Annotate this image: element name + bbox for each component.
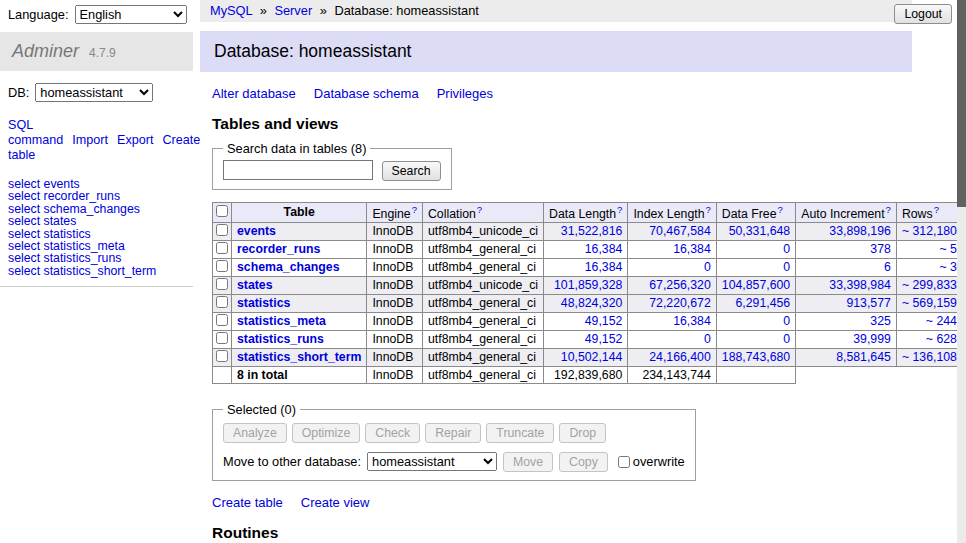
scrollbar[interactable] <box>957 0 966 543</box>
rows-link[interactable]: ~ 3 <box>940 260 957 274</box>
rows-link[interactable]: ~ 312,180 <box>902 224 957 238</box>
overwrite-checkbox[interactable] <box>618 456 630 468</box>
create-link[interactable]: Create view <box>301 495 370 510</box>
breadcrumb-link-server[interactable]: Server <box>274 3 312 18</box>
db-action-link[interactable]: Alter database <box>212 86 296 101</box>
data_free-link[interactable]: 0 <box>783 260 790 274</box>
data_length-link[interactable]: 48,824,320 <box>561 296 623 310</box>
auto_increment-link[interactable]: 8,581,645 <box>836 350 891 364</box>
table-name-link[interactable]: statistics_runs <box>237 332 324 346</box>
table-name-link[interactable]: recorder_runs <box>237 242 320 256</box>
index_length-link[interactable]: 70,467,584 <box>649 224 711 238</box>
rows-link[interactable]: ~ 244 <box>926 314 957 328</box>
breadcrumb-link-mysql[interactable]: MySQL <box>210 3 252 18</box>
optimize-button[interactable]: Optimize <box>292 423 361 443</box>
index_length-link[interactable]: 67,256,320 <box>649 278 711 292</box>
table-name-link[interactable]: statistics_short_term <box>237 350 361 364</box>
search-input[interactable] <box>223 160 373 180</box>
data_free-link[interactable]: 188,743,680 <box>722 350 790 364</box>
auto_increment-link[interactable]: 325 <box>870 314 891 328</box>
sidebar-action-link[interactable]: Export <box>117 133 153 147</box>
row-checkbox[interactable] <box>216 332 228 344</box>
scrollbar-thumb[interactable] <box>957 0 966 207</box>
header-cell-collation: Collation? <box>422 202 543 222</box>
index_length-link[interactable]: 16,384 <box>673 242 711 256</box>
sidebar-action-link[interactable]: SQL command <box>8 118 63 147</box>
db-action-link[interactable]: Database schema <box>314 86 419 101</box>
table-row: statisticsInnoDButf8mb4_general_ci48,824… <box>213 294 966 312</box>
search-button[interactable]: Search <box>382 161 441 181</box>
rows-link[interactable]: ~ 299,833 <box>902 278 957 292</box>
auto_increment-link[interactable]: 378 <box>870 242 891 256</box>
auto_increment-link[interactable]: 33,398,984 <box>829 278 891 292</box>
check-button[interactable]: Check <box>365 423 420 443</box>
data_length-link[interactable]: 10,502,144 <box>561 350 623 364</box>
create-links: Create tableCreate view <box>212 495 900 510</box>
row-checkbox[interactable] <box>216 296 228 308</box>
header-label: Data Free <box>722 207 777 221</box>
index_length-link[interactable]: 0 <box>704 260 711 274</box>
data_free-link[interactable]: 6,291,456 <box>735 296 790 310</box>
index_length-link[interactable]: 16,384 <box>673 314 711 328</box>
data_free-link[interactable]: 0 <box>783 332 790 346</box>
row-checkbox[interactable] <box>216 242 228 254</box>
column-help-link[interactable]: ? <box>777 204 782 215</box>
index_length-link[interactable]: 72,220,672 <box>649 296 711 310</box>
db-action-link[interactable]: Privileges <box>437 86 493 101</box>
data_free-link[interactable]: 0 <box>783 314 790 328</box>
repair-button[interactable]: Repair <box>425 423 481 443</box>
data_free-link[interactable]: 0 <box>783 242 790 256</box>
row-checkbox[interactable] <box>216 260 228 272</box>
create-link[interactable]: Create table <box>212 495 283 510</box>
column-help-link[interactable]: ? <box>706 204 711 215</box>
auto_increment-link[interactable]: 33,898,196 <box>829 224 891 238</box>
rows-link[interactable]: ~ 628 <box>926 332 957 346</box>
data_length-link[interactable]: 49,152 <box>585 332 623 346</box>
data_length-link[interactable]: 16,384 <box>585 242 623 256</box>
copy-button[interactable]: Copy <box>559 452 608 472</box>
data_length-link[interactable]: 49,152 <box>585 314 623 328</box>
rows-link[interactable]: ~ 5 <box>940 242 957 256</box>
row-checkbox[interactable] <box>216 224 228 236</box>
data_length-link[interactable]: 101,859,328 <box>554 278 622 292</box>
row-checkbox[interactable] <box>216 314 228 326</box>
data_length-link[interactable]: 31,522,816 <box>561 224 623 238</box>
table-name-link[interactable]: events <box>237 224 276 238</box>
analyze-button[interactable]: Analyze <box>223 423 287 443</box>
auto_increment-link[interactable]: 913,577 <box>846 296 890 310</box>
sidebar-table-link[interactable]: select statistics_short_term <box>8 265 185 277</box>
select-all-checkbox[interactable] <box>216 205 228 217</box>
column-help-link[interactable]: ? <box>886 204 891 215</box>
row-checkbox[interactable] <box>216 350 228 362</box>
table-name-link[interactable]: schema_changes <box>237 260 340 274</box>
sidebar-table-link[interactable]: select recorder_runs <box>8 190 185 202</box>
move-button[interactable]: Move <box>503 452 553 472</box>
move-db-select[interactable]: homeassistant <box>367 452 497 471</box>
data_free-link[interactable]: 104,857,600 <box>722 278 790 292</box>
auto_increment-link[interactable]: 39,999 <box>853 332 891 346</box>
column-help-link[interactable]: ? <box>934 204 939 215</box>
header-cell-engine: Engine? <box>367 202 423 222</box>
data_length-link[interactable]: 16,384 <box>585 260 623 274</box>
drop-button[interactable]: Drop <box>559 423 606 443</box>
truncate-button[interactable]: Truncate <box>486 423 554 443</box>
rows-link[interactable]: ~ 136,108 <box>902 350 957 364</box>
table-name-link[interactable]: states <box>237 278 273 292</box>
logout-button[interactable]: Logout <box>894 4 952 24</box>
auto_increment-link[interactable]: 6 <box>884 260 891 274</box>
sidebar-table-link[interactable]: select states <box>8 215 185 227</box>
column-help-link[interactable]: ? <box>477 204 482 215</box>
data_free-link[interactable]: 50,331,648 <box>729 224 791 238</box>
column-help-link[interactable]: ? <box>412 204 417 215</box>
language-select[interactable]: English <box>75 5 187 24</box>
table-name-link[interactable]: statistics_meta <box>237 314 326 328</box>
sidebar-table-link[interactable]: select statistics_runs <box>8 252 185 264</box>
index_length-link[interactable]: 0 <box>704 332 711 346</box>
index_length-link[interactable]: 24,166,400 <box>649 350 711 364</box>
rows-link[interactable]: ~ 569,159 <box>902 296 957 310</box>
db-select[interactable]: homeassistant <box>35 83 153 102</box>
column-help-link[interactable]: ? <box>617 204 622 215</box>
sidebar-action-link[interactable]: Import <box>72 133 108 147</box>
row-checkbox[interactable] <box>216 278 228 290</box>
table-name-link[interactable]: statistics <box>237 296 290 310</box>
